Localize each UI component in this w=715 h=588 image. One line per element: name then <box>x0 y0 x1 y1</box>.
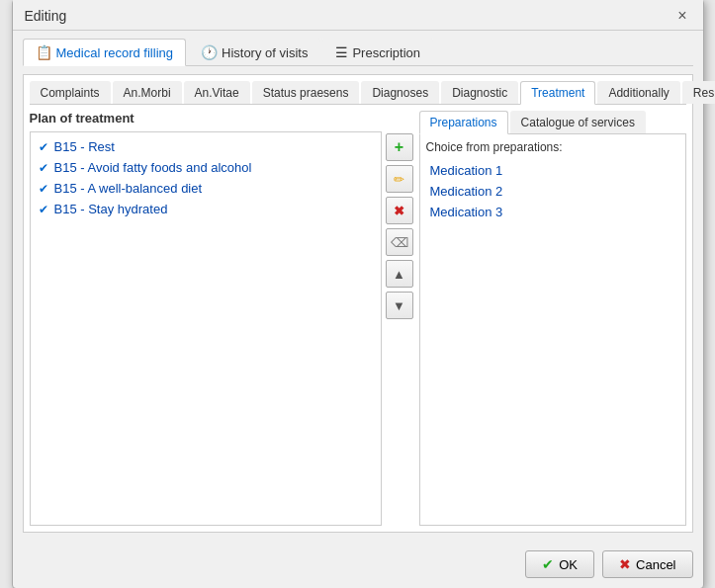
tab-history-label: History of visits <box>222 45 308 60</box>
ok-label: OK <box>559 557 578 572</box>
plan-item-text: B15 - Rest <box>54 139 115 154</box>
cancel-icon: ✖ <box>619 556 631 572</box>
sub-tab-status-praesens[interactable]: Status praesens <box>252 81 360 104</box>
top-tab-bar: 📋 Medical record filling 🕐 History of vi… <box>23 39 693 66</box>
tab-prescription-label: Prescription <box>352 45 420 60</box>
medication-list: Medication 1 Medication 2 Medication 3 <box>426 160 679 222</box>
inner-panel: Complaints An.Morbi An.Vitae Status prae… <box>23 74 693 533</box>
sub-tab-bar: Complaints An.Morbi An.Vitae Status prae… <box>30 81 686 105</box>
choice-label: Choice from preparations: <box>426 140 679 154</box>
sub-tab-diagnostic[interactable]: Diagnostic <box>441 81 518 104</box>
editing-dialog: Editing × 📋 Medical record filling 🕐 His… <box>12 0 704 588</box>
list-item[interactable]: ✔ B15 - A well-balanced diet <box>35 178 377 199</box>
ok-icon: ✔ <box>542 556 554 572</box>
dialog-footer: ✔ OK ✖ Cancel <box>13 543 703 588</box>
ok-button[interactable]: ✔ OK <box>525 550 594 578</box>
check-icon: ✔ <box>39 182 48 196</box>
right-tab-catalogue[interactable]: Catalogue of services <box>510 111 646 133</box>
sub-tab-diagnoses[interactable]: Diagnoses <box>361 81 439 104</box>
dialog-body: 📋 Medical record filling 🕐 History of vi… <box>13 31 703 543</box>
add-button[interactable]: + <box>386 133 413 161</box>
right-sub-tabs: Preparations Catalogue of services <box>419 111 686 134</box>
cancel-button[interactable]: ✖ Cancel <box>602 550 692 578</box>
right-tab-preparations[interactable]: Preparations <box>419 111 508 134</box>
tab-prescription[interactable]: ☰ Prescription <box>322 39 433 65</box>
list-item[interactable]: Medication 2 <box>426 181 679 202</box>
titlebar: Editing × <box>13 0 703 31</box>
list-item[interactable]: Medication 1 <box>426 160 679 181</box>
right-content: Choice from preparations: Medication 1 M… <box>419 134 686 526</box>
plan-item-text: B15 - Avoid fatty foods and alcohol <box>54 160 252 175</box>
edit-button[interactable]: ✏ <box>386 165 413 193</box>
list-item[interactable]: ✔ B15 - Rest <box>35 136 377 157</box>
tab-medical-record-label: Medical record filling <box>56 45 174 60</box>
plan-section: Plan of treatment ✔ B15 - Rest ✔ B15 - A… <box>30 111 413 526</box>
clear-button[interactable]: ⌫ <box>386 228 413 256</box>
list-item[interactable]: ✔ B15 - Avoid fatty foods and alcohol <box>35 157 377 178</box>
move-up-button[interactable]: ▲ <box>386 260 413 288</box>
plan-content: ✔ B15 - Rest ✔ B15 - Avoid fatty foods a… <box>30 131 413 526</box>
sub-tab-complaints[interactable]: Complaints <box>30 81 111 104</box>
tab-medical-record[interactable]: 📋 Medical record filling <box>23 39 187 66</box>
dialog-title: Editing <box>25 8 67 24</box>
medical-record-icon: 📋 <box>36 44 52 60</box>
close-button[interactable]: × <box>673 8 690 24</box>
sub-tab-additionally[interactable]: Additionally <box>597 81 679 104</box>
check-icon: ✔ <box>39 140 48 154</box>
tab-history-of-visits[interactable]: 🕐 History of visits <box>188 39 320 65</box>
list-item[interactable]: ✔ B15 - Stay hydrated <box>35 199 377 219</box>
delete-button[interactable]: ✖ <box>386 197 413 224</box>
list-item[interactable]: Medication 3 <box>426 202 679 222</box>
move-down-button[interactable]: ▼ <box>386 292 413 319</box>
sub-tab-an-vitae[interactable]: An.Vitae <box>184 81 250 104</box>
cancel-label: Cancel <box>636 557 675 572</box>
right-section: Preparations Catalogue of services Choic… <box>419 111 686 526</box>
check-icon: ✔ <box>39 161 48 175</box>
prescription-icon: ☰ <box>335 44 348 60</box>
plan-item-text: B15 - A well-balanced diet <box>54 181 203 196</box>
sub-tab-treatment[interactable]: Treatment <box>520 81 595 105</box>
check-icon: ✔ <box>39 203 48 216</box>
action-buttons: + ✏ ✖ ⌫ ▲ ▼ <box>386 131 413 526</box>
sub-tab-an-morbi[interactable]: An.Morbi <box>113 81 182 104</box>
main-content: Plan of treatment ✔ B15 - Rest ✔ B15 - A… <box>30 111 686 526</box>
plan-list: ✔ B15 - Rest ✔ B15 - Avoid fatty foods a… <box>30 131 382 526</box>
plan-item-text: B15 - Stay hydrated <box>54 202 168 216</box>
plan-title: Plan of treatment <box>30 111 413 126</box>
history-icon: 🕐 <box>201 44 218 60</box>
sub-tab-result[interactable]: Result <box>682 81 715 104</box>
